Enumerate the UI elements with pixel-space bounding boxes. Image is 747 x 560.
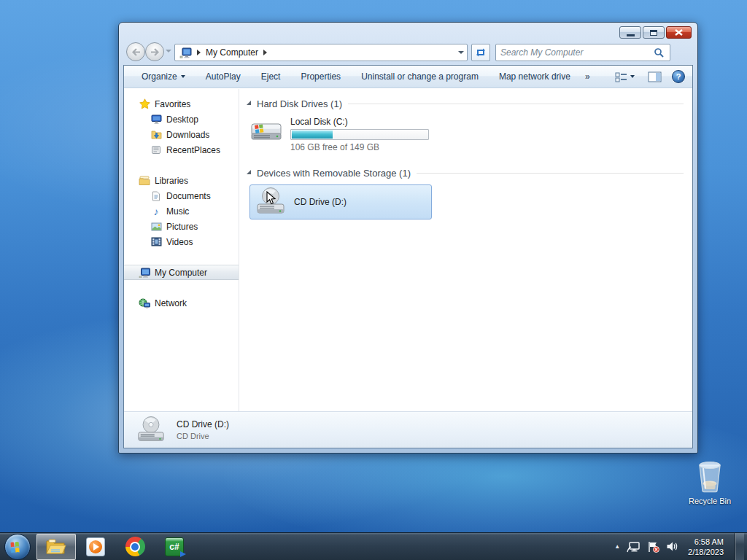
- group-header-rule: [417, 173, 684, 174]
- close-button[interactable]: [666, 26, 692, 39]
- address-dropdown-icon[interactable]: [458, 51, 464, 54]
- items-view: Hard Disk Drives (1): [239, 89, 692, 411]
- collapse-triangle-icon[interactable]: [247, 170, 251, 174]
- chrome-icon: [125, 537, 145, 556]
- selected-item-name: CD Drive (D:): [177, 419, 229, 429]
- breadcrumb-arrow-icon[interactable]: [263, 50, 267, 55]
- recent-pages-dropdown[interactable]: [166, 50, 171, 52]
- sidebar-item-music[interactable]: ♪ Music: [124, 203, 239, 219]
- maximize-button[interactable]: [643, 26, 665, 39]
- minimize-icon: [627, 34, 635, 36]
- cd-drive-icon: [136, 416, 166, 445]
- autoplay-button[interactable]: AutoPlay: [196, 69, 251, 85]
- drive-name: Local Disk (C:): [290, 117, 429, 129]
- group-header-rule: [348, 104, 684, 104]
- details-pane: CD Drive (D:) CD Drive: [124, 411, 692, 448]
- organize-button[interactable]: Organize: [131, 69, 196, 85]
- selected-item-type: CD Drive: [177, 432, 229, 440]
- taskbar-button-chrome[interactable]: [115, 533, 155, 560]
- views-icon: [615, 71, 627, 82]
- drive-item-local-disk-c[interactable]: Local Disk (C:) 106 GB free of 149 GB: [247, 112, 429, 160]
- help-icon: ?: [676, 72, 681, 81]
- title-bar[interactable]: [119, 23, 697, 42]
- csharp-arrow-icon: [180, 551, 186, 557]
- preview-pane-button[interactable]: [645, 69, 665, 85]
- pictures-icon: [150, 222, 162, 232]
- action-center-icon[interactable]: [647, 541, 659, 553]
- command-toolbar: Organize AutoPlay Eject Properties Unins…: [124, 66, 692, 88]
- navigation-pane: Favorites Desktop: [124, 89, 239, 411]
- mouse-cursor: [266, 191, 276, 206]
- eject-button[interactable]: Eject: [251, 69, 291, 85]
- start-button[interactable]: [4, 534, 31, 560]
- breadcrumb-item-my-computer[interactable]: My Computer: [206, 47, 258, 58]
- toolbar-overflow-button[interactable]: »: [581, 69, 595, 85]
- recent-places-icon: [150, 145, 162, 155]
- change-view-button[interactable]: [612, 69, 638, 85]
- sidebar-item-downloads[interactable]: Downloads: [124, 127, 239, 142]
- network-icon: [139, 298, 150, 308]
- hdd-icon: [249, 117, 283, 146]
- sidebar-item-libraries[interactable]: Libraries: [124, 173, 239, 188]
- downloads-icon: [150, 130, 162, 140]
- taskbar-clock[interactable]: 6:58 AM 2/18/2023: [688, 537, 724, 557]
- window-content: Organize AutoPlay Eject Properties Unins…: [123, 65, 693, 448]
- chevron-down-icon: [630, 75, 635, 78]
- preview-pane-icon: [648, 71, 662, 82]
- breadcrumb-arrow-icon[interactable]: [197, 50, 201, 55]
- system-tray: ▲ 6:58 AM 2/18/2023: [614, 533, 747, 560]
- favorites-star-icon: [139, 99, 150, 109]
- chevron-down-icon: [181, 75, 185, 78]
- volume-icon[interactable]: [666, 541, 678, 552]
- maximize-icon: [650, 30, 657, 36]
- search-icon[interactable]: [654, 47, 665, 58]
- recycle-bin-shortcut[interactable]: Recycle Bin: [684, 459, 735, 505]
- breadcrumb: My Computer: [175, 47, 267, 58]
- taskbar-button-csharp-app[interactable]: c#: [155, 533, 194, 560]
- computer-icon: [139, 268, 150, 278]
- back-icon: [131, 48, 141, 56]
- libraries-icon: [139, 176, 150, 186]
- sidebar-item-recent-places[interactable]: RecentPlaces: [124, 142, 239, 158]
- videos-icon: [150, 237, 162, 247]
- capacity-bar: [290, 129, 429, 140]
- back-button[interactable]: [126, 42, 145, 61]
- close-icon: [675, 29, 683, 36]
- sidebar-item-pictures[interactable]: Pictures: [124, 219, 239, 234]
- sidebar-item-desktop[interactable]: Desktop: [124, 112, 239, 127]
- taskbar-button-explorer[interactable]: [36, 534, 76, 560]
- clock-date: 2/18/2023: [688, 547, 724, 557]
- show-desktop-button[interactable]: [735, 533, 744, 560]
- group-header-hard-disk-drives[interactable]: Hard Disk Drives (1): [247, 96, 686, 111]
- tray-expand-icon[interactable]: ▲: [614, 543, 620, 550]
- drive-free-space: 106 GB free of 149 GB: [290, 142, 429, 152]
- recycle-bin-icon: [695, 459, 724, 493]
- drive-item-cd-drive-d-selected[interactable]: CD Drive (D:): [249, 184, 432, 219]
- search-box[interactable]: [495, 44, 670, 61]
- forward-button[interactable]: [145, 42, 164, 61]
- taskbar: c# ▲ 6:58 AM: [0, 532, 747, 560]
- desktop: My Computer: [0, 0, 747, 560]
- sidebar-item-videos[interactable]: Videos: [124, 234, 239, 249]
- help-button[interactable]: ?: [672, 70, 685, 83]
- minimize-button[interactable]: [619, 26, 641, 39]
- group-header-removable-storage[interactable]: Devices with Removable Storage (1): [247, 166, 686, 180]
- desktop-icon: [150, 114, 162, 125]
- sidebar-item-network[interactable]: Network: [124, 295, 239, 311]
- sidebar-item-favorites[interactable]: Favorites: [124, 96, 239, 112]
- forward-icon: [150, 48, 160, 56]
- refresh-button[interactable]: [471, 44, 490, 61]
- sidebar-item-my-computer[interactable]: My Computer: [124, 265, 239, 280]
- taskbar-button-media-player[interactable]: [76, 533, 115, 560]
- sidebar-item-documents[interactable]: Documents: [124, 188, 239, 203]
- map-network-drive-button[interactable]: Map network drive: [489, 69, 581, 85]
- documents-icon: [150, 191, 162, 201]
- collapse-triangle-icon[interactable]: [247, 101, 251, 105]
- uninstall-program-button[interactable]: Uninstall or change a program: [351, 69, 489, 85]
- search-input[interactable]: [496, 47, 654, 58]
- clock-time: 6:58 AM: [688, 537, 724, 547]
- explorer-window: My Computer: [118, 22, 698, 454]
- address-bar[interactable]: My Computer: [174, 44, 468, 61]
- properties-button[interactable]: Properties: [290, 69, 351, 85]
- network-tray-icon[interactable]: [627, 541, 640, 553]
